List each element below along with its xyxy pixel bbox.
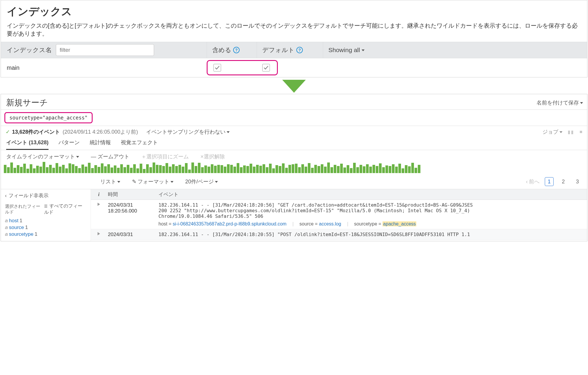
timeline-bar[interactable] bbox=[7, 167, 10, 173]
timeline-bar[interactable] bbox=[250, 164, 252, 173]
field-source[interactable]: asource1 bbox=[5, 225, 86, 230]
timeline-bar[interactable] bbox=[233, 167, 236, 173]
timeline-bar[interactable] bbox=[266, 167, 268, 173]
tab-patterns[interactable]: パターン bbox=[59, 139, 80, 150]
timeline-bar[interactable] bbox=[301, 164, 304, 173]
timeline-bar[interactable] bbox=[295, 164, 298, 173]
hide-fields-button[interactable]: フィールド非表示 bbox=[5, 192, 86, 199]
timeline-bar[interactable] bbox=[78, 168, 81, 173]
timeline-bar[interactable] bbox=[198, 163, 201, 173]
timeline-bar[interactable] bbox=[382, 167, 385, 173]
timeline-bar[interactable] bbox=[91, 168, 94, 173]
timeline-bar[interactable] bbox=[243, 165, 246, 173]
timeline-bar[interactable] bbox=[56, 163, 58, 173]
timeline-bar[interactable] bbox=[411, 163, 414, 173]
col-time[interactable]: 時間 bbox=[107, 191, 157, 198]
timeline-bar[interactable] bbox=[185, 163, 188, 173]
timeline-bar[interactable] bbox=[33, 168, 36, 173]
timeline-bar[interactable] bbox=[182, 167, 184, 173]
timeline-bar[interactable] bbox=[360, 165, 362, 173]
timeline-bar[interactable] bbox=[36, 166, 39, 173]
timeline-bar[interactable] bbox=[269, 164, 272, 173]
timeline-bar[interactable] bbox=[69, 163, 71, 173]
timeline-bar[interactable] bbox=[166, 163, 168, 173]
job-dropdown[interactable]: ジョブ bbox=[542, 128, 562, 135]
save-as-dropdown[interactable]: 名前を付けて保存 bbox=[537, 99, 583, 106]
timeline-bar[interactable] bbox=[140, 164, 142, 173]
timeline-bar[interactable] bbox=[81, 165, 84, 173]
timeline-bar[interactable] bbox=[14, 168, 16, 173]
timeline-bar[interactable] bbox=[398, 164, 401, 173]
timeline-bar[interactable] bbox=[23, 164, 26, 173]
timeline-bar[interactable] bbox=[204, 165, 207, 173]
timeline-bar[interactable] bbox=[324, 167, 327, 173]
timeline-bar[interactable] bbox=[282, 163, 285, 173]
timeline-bar[interactable] bbox=[369, 167, 372, 173]
timeline-bar[interactable] bbox=[311, 168, 314, 173]
timeline-bar[interactable] bbox=[402, 168, 404, 173]
timeline-bar[interactable] bbox=[153, 162, 155, 173]
timeline-bar[interactable] bbox=[159, 165, 162, 173]
timeline-bar[interactable] bbox=[130, 168, 133, 173]
timeline-bar[interactable] bbox=[98, 167, 100, 173]
prev-page-button[interactable]: 前へ bbox=[526, 178, 539, 185]
tab-statistics[interactable]: 統計情報 bbox=[90, 139, 111, 150]
timeline-bar[interactable] bbox=[330, 167, 333, 173]
timeline-bar[interactable] bbox=[321, 164, 323, 173]
timeline-bar[interactable] bbox=[308, 163, 310, 173]
timeline-bar[interactable] bbox=[292, 164, 294, 173]
timeline-bar[interactable] bbox=[298, 167, 301, 173]
timeline-bar[interactable] bbox=[318, 166, 320, 173]
default-checkbox[interactable] bbox=[262, 64, 270, 72]
timeline-bar[interactable] bbox=[178, 165, 181, 173]
timeline-bar[interactable] bbox=[366, 164, 369, 173]
timeline-bar[interactable] bbox=[256, 165, 259, 173]
timeline-bar[interactable] bbox=[52, 168, 55, 173]
timeline-bar[interactable] bbox=[389, 166, 391, 173]
timeline-bar[interactable] bbox=[43, 162, 45, 173]
timeline-bar[interactable] bbox=[39, 167, 42, 173]
event-raw-line[interactable]: 182.236.164.11 - - [31/Mar/2024:18:20:56… bbox=[158, 202, 587, 208]
all-fields-button[interactable]: すべてのフィールド bbox=[44, 203, 86, 215]
help-icon[interactable]: ? bbox=[296, 47, 303, 53]
format-dropdown[interactable]: フォーマット bbox=[132, 178, 173, 185]
timeline-bar[interactable] bbox=[237, 163, 239, 173]
page-3-button[interactable]: 3 bbox=[573, 177, 582, 186]
timeline-bar[interactable] bbox=[30, 164, 32, 173]
per-page-dropdown[interactable]: 20件/ページ bbox=[185, 178, 218, 185]
tab-events[interactable]: イベント (13,628) bbox=[6, 139, 49, 150]
timeline-bar[interactable] bbox=[288, 165, 291, 173]
timeline-bar[interactable] bbox=[101, 163, 103, 173]
timeline-bar[interactable] bbox=[65, 168, 68, 173]
timeline-bar[interactable] bbox=[123, 167, 126, 173]
timeline-bar[interactable] bbox=[175, 166, 178, 173]
timeline-bar[interactable] bbox=[111, 167, 113, 173]
field-sourcetype[interactable]: asourcetype1 bbox=[5, 231, 86, 237]
timeline-bar[interactable] bbox=[146, 164, 149, 173]
index-filter-input[interactable] bbox=[56, 44, 154, 56]
list-view-dropdown[interactable]: リスト bbox=[100, 178, 120, 185]
timeline-bar[interactable] bbox=[172, 164, 175, 173]
timeline-bar[interactable] bbox=[343, 167, 346, 173]
timeline-bar[interactable] bbox=[240, 167, 243, 173]
timeline-bar[interactable] bbox=[211, 164, 213, 173]
event-raw-line[interactable]: Chrome/19.0.1084.46 Safari/536.5" 506 bbox=[158, 213, 587, 219]
timeline-bar[interactable] bbox=[104, 166, 107, 173]
timeline-bar[interactable] bbox=[334, 165, 336, 173]
timeline-bar[interactable] bbox=[191, 162, 194, 173]
timeline-bar[interactable] bbox=[224, 167, 226, 173]
timeline-bar[interactable] bbox=[230, 165, 233, 173]
timeline-bar[interactable] bbox=[279, 166, 281, 173]
timeline-bar[interactable] bbox=[227, 164, 230, 173]
timeline-bar[interactable] bbox=[20, 167, 23, 173]
timeline-bar[interactable] bbox=[356, 167, 359, 173]
timeline-bar[interactable] bbox=[208, 167, 210, 173]
event-raw-line[interactable]: 182.236.164.11 - - [31/Mar/2024:18:20:55… bbox=[158, 232, 587, 237]
timeline-bar[interactable] bbox=[136, 168, 139, 173]
timeline-bar[interactable] bbox=[62, 165, 65, 173]
timeline-bar[interactable] bbox=[49, 165, 52, 173]
timeline-bar[interactable] bbox=[59, 167, 61, 173]
timeline-bar[interactable] bbox=[418, 165, 420, 173]
timeline-bar[interactable] bbox=[94, 165, 97, 173]
timeline-bar[interactable] bbox=[10, 162, 13, 173]
